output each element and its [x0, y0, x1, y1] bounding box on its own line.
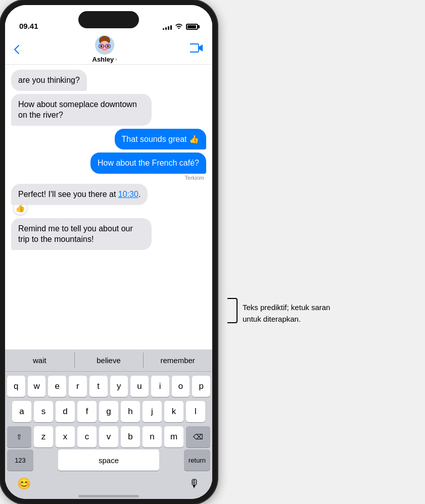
key-q[interactable]: q — [7, 376, 25, 397]
sent-status: Terkirim — [185, 175, 205, 181]
key-x[interactable]: x — [56, 426, 75, 447]
message-row: are you thinking? — [11, 70, 206, 91]
message-bubble: How about someplace downtown on the rive… — [11, 94, 152, 126]
predictive-word-believe[interactable]: believe — [74, 349, 144, 371]
avatar — [95, 35, 114, 55]
keyboard-bottom-row: 123 space return — [5, 449, 212, 473]
svg-point-7 — [107, 45, 109, 47]
key-s[interactable]: s — [34, 401, 53, 422]
nav-bar: Ashley › — [5, 34, 212, 65]
message-group: Perfect! I'll see you there at 10:30. 👍 — [11, 184, 206, 215]
message-text: That sounds great 👍 — [122, 135, 199, 143]
keyboard-keys: q w e r t y u i o p a s d f g — [5, 372, 212, 449]
key-m[interactable]: m — [164, 426, 183, 447]
key-c[interactable]: c — [77, 426, 97, 447]
message-text: How about the French café? — [98, 159, 199, 167]
status-icons — [163, 23, 198, 30]
key-f[interactable]: f — [77, 401, 97, 422]
key-l[interactable]: l — [186, 401, 205, 422]
return-key[interactable]: return — [184, 449, 210, 471]
keyboard: wait believe remember q w e r t y — [5, 349, 212, 499]
dynamic-island — [78, 11, 139, 28]
message-bubble: Perfect! I'll see you there at 10:30. — [11, 184, 148, 205]
delete-key[interactable]: ⌫ — [186, 426, 210, 447]
nav-chevron: › — [115, 57, 117, 62]
message-group: How about the French café? Terkirim — [11, 153, 206, 181]
message-bubble: Remind me to tell you about our trip to … — [11, 218, 152, 250]
key-i[interactable]: i — [151, 376, 169, 397]
key-b[interactable]: b — [121, 426, 140, 447]
shift-key[interactable]: ⇧ — [7, 426, 31, 447]
mic-key[interactable]: 🎙 — [189, 477, 200, 490]
key-r[interactable]: r — [69, 376, 87, 397]
emoji-key[interactable]: 😊 — [17, 477, 31, 490]
key-v[interactable]: v — [99, 426, 118, 447]
key-d[interactable]: d — [56, 401, 75, 422]
predictive-word-wait[interactable]: wait — [5, 349, 74, 371]
svg-point-6 — [100, 45, 102, 47]
link-text[interactable]: 10:30 — [118, 190, 138, 198]
back-button[interactable] — [14, 45, 19, 54]
space-key[interactable]: space — [58, 449, 159, 471]
wifi-icon — [175, 23, 183, 30]
key-y[interactable]: y — [110, 376, 128, 397]
predictive-bar: wait believe remember — [5, 349, 212, 372]
key-u[interactable]: u — [130, 376, 149, 397]
signal-icon — [163, 24, 172, 30]
numbers-key[interactable]: 123 — [7, 449, 33, 471]
key-n[interactable]: n — [143, 426, 162, 447]
key-p[interactable]: p — [192, 376, 210, 397]
key-w[interactable]: w — [28, 376, 46, 397]
message-row: Perfect! I'll see you there at 10:30. — [11, 184, 206, 205]
message-row: That sounds great 👍 — [11, 129, 206, 150]
keyboard-row-3: ⇧ z x c v b n m ⌫ — [7, 426, 210, 447]
keyboard-utility-row: 😊 🎙 — [5, 473, 212, 495]
nav-center[interactable]: Ashley › — [92, 35, 117, 63]
key-g[interactable]: g — [99, 401, 118, 422]
annotation-bracket — [227, 298, 238, 323]
message-text: How about someplace downtown on the rive… — [18, 100, 137, 120]
battery-icon — [186, 24, 198, 30]
predictive-word-remember[interactable]: remember — [143, 349, 212, 371]
message-row: How about someplace downtown on the rive… — [11, 94, 206, 126]
message-text: Perfect! I'll see you there at 10:30. — [18, 190, 140, 198]
keyboard-row-2: a s d f g h j k l — [7, 401, 210, 422]
contact-name: Ashley › — [92, 56, 117, 63]
message-row: How about the French café? — [11, 153, 206, 174]
message-text: Remind me to tell you about our trip to … — [18, 224, 133, 244]
phone-frame: 09.41 — [0, 0, 217, 504]
key-h[interactable]: h — [121, 401, 140, 422]
key-e[interactable]: e — [48, 376, 66, 397]
key-k[interactable]: k — [164, 401, 183, 422]
annotation: Teks prediktif; ketuk saran untuk ditera… — [227, 298, 344, 325]
message-row: Remind me to tell you about our trip to … — [11, 218, 206, 250]
key-a[interactable]: a — [12, 401, 31, 422]
key-z[interactable]: z — [34, 426, 53, 447]
message-text: are you thinking? — [18, 76, 80, 84]
scene: 09.41 — [0, 0, 425, 504]
keyboard-row-1: q w e r t y u i o p — [7, 376, 210, 397]
status-time: 09.41 — [19, 22, 38, 30]
key-j[interactable]: j — [143, 401, 162, 422]
message-bubble: are you thinking? — [11, 70, 87, 91]
home-indicator — [5, 495, 212, 499]
video-call-button[interactable] — [190, 43, 203, 56]
key-t[interactable]: t — [89, 376, 108, 397]
message-bubble: How about the French café? — [90, 153, 206, 174]
annotation-text: Teks prediktif; ketuk saran untuk ditera… — [243, 298, 344, 325]
message-bubble: That sounds great 👍 — [115, 129, 206, 150]
key-o[interactable]: o — [172, 376, 190, 397]
